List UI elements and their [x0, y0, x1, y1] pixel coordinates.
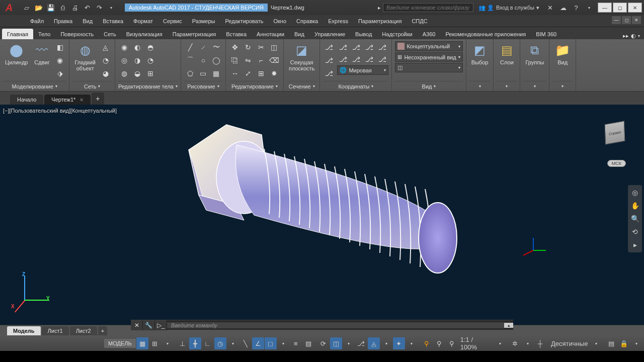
- ribbon-tab-surface[interactable]: Поверхность: [55, 29, 99, 39]
- 3dosnap-icon[interactable]: ◫: [330, 337, 342, 349]
- ribbon-tab-home[interactable]: Главная: [2, 29, 33, 39]
- smooth-button[interactable]: ◍Гладкий объект: [72, 41, 97, 72]
- zoom-icon[interactable]: 🔍: [629, 213, 640, 224]
- ucs10-icon[interactable]: ⎇: [363, 53, 375, 65]
- se6-icon[interactable]: ◒: [131, 67, 143, 79]
- layers-button[interactable]: ▤Слои: [497, 41, 517, 66]
- se3-icon[interactable]: ◍: [118, 67, 130, 79]
- save-icon[interactable]: 💾: [45, 2, 56, 13]
- zoom-label[interactable]: 1:1 / 100%: [458, 337, 494, 349]
- revolve-icon[interactable]: ◉: [54, 54, 66, 66]
- move-icon[interactable]: ✥: [229, 41, 241, 53]
- doc-restore-button[interactable]: ◻: [622, 16, 631, 24]
- ucs8-icon[interactable]: ⎇: [337, 53, 349, 65]
- mesh-tool2-icon[interactable]: ◔: [100, 54, 112, 66]
- undo-icon[interactable]: ↶: [82, 2, 93, 13]
- ribbon-tab-param[interactable]: Параметризация: [168, 29, 221, 39]
- ribbon-tab-bim[interactable]: BIM 360: [531, 29, 561, 39]
- minimize-button[interactable]: —: [598, 3, 612, 13]
- menu-edit[interactable]: Правка: [49, 17, 77, 26]
- transparency-icon[interactable]: ▨: [302, 337, 314, 349]
- view-cube[interactable]: Справа: [601, 120, 629, 148]
- panel-title[interactable]: Сеть▾: [72, 81, 111, 91]
- ribbon-tab-output[interactable]: Вывод: [350, 29, 377, 39]
- section-plane-button[interactable]: ◪Секущая плоскость: [287, 41, 316, 72]
- arc-icon[interactable]: ⌒: [184, 54, 196, 66]
- panel-title[interactable]: Редактирование▾: [229, 81, 280, 91]
- iso-icon[interactable]: ╲: [239, 337, 252, 349]
- ribbon-tab-insert[interactable]: Вставка: [221, 29, 252, 39]
- panel-title[interactable]: Моделирование▾: [3, 81, 66, 91]
- panel-title[interactable]: Сечение▾: [287, 81, 316, 91]
- pline-icon[interactable]: ⟋: [197, 41, 209, 53]
- panel-title[interactable]: Редактирование тела▾: [118, 81, 178, 91]
- se2-icon[interactable]: ◎: [118, 54, 130, 66]
- cylinder-button[interactable]: ⬤Цилиндр: [3, 41, 30, 66]
- selection-button[interactable]: ◩Выбор: [469, 41, 491, 66]
- dyn-ucs-icon[interactable]: ⎇: [355, 337, 367, 349]
- loft-icon[interactable]: ⬗: [54, 67, 66, 79]
- cmd-options-icon[interactable]: 🔧: [143, 320, 155, 330]
- offset-icon[interactable]: ◫: [268, 41, 280, 53]
- workspace-icon[interactable]: ✲: [509, 337, 521, 349]
- ribbon-tab-addins[interactable]: Надстройки: [377, 29, 417, 39]
- new-tab-button[interactable]: +: [92, 93, 104, 105]
- exchange-icon[interactable]: ✕: [544, 2, 555, 13]
- osnap-icon[interactable]: ◻: [265, 337, 277, 349]
- ribbon-tab-mesh[interactable]: Сеть: [99, 29, 121, 39]
- saved-view-dropdown[interactable]: ⊞Несохраненный вид▾: [395, 52, 462, 62]
- menu-insert[interactable]: Вставка: [98, 17, 128, 26]
- explode-icon[interactable]: ✸: [268, 67, 280, 79]
- qprop-icon[interactable]: ▤: [605, 337, 617, 349]
- menu-file[interactable]: Файл: [25, 17, 49, 26]
- model-space-button[interactable]: МОДЕЛЬ: [104, 339, 136, 348]
- array-icon[interactable]: ⊞: [255, 67, 267, 79]
- annovis-icon[interactable]: ⚲: [433, 337, 445, 349]
- fillet-icon[interactable]: ⌐: [255, 54, 267, 66]
- rect-icon[interactable]: ▭: [197, 67, 209, 79]
- otrack-icon[interactable]: ∠: [252, 337, 264, 349]
- ellipse-icon[interactable]: ◯: [210, 54, 222, 66]
- ucs5-icon[interactable]: ⎇: [350, 41, 362, 53]
- saveas-icon[interactable]: ⎙: [57, 2, 68, 13]
- doc-close-button[interactable]: ✕: [632, 16, 641, 24]
- add-layout-button[interactable]: +: [98, 326, 107, 335]
- ribbon-pin-icon[interactable]: ▸▸: [623, 33, 629, 39]
- close-tab-icon[interactable]: ✕: [79, 97, 84, 103]
- se4-icon[interactable]: ◐: [131, 41, 143, 53]
- mirror-icon[interactable]: ⇋: [242, 54, 254, 66]
- sweep-button[interactable]: 〰Сдвиг: [32, 41, 52, 66]
- menu-format[interactable]: Формат: [128, 17, 158, 26]
- qat-more-icon[interactable]: ▾: [106, 2, 117, 13]
- ucs3-icon[interactable]: ⎇: [323, 67, 335, 79]
- ribbon-tab-a360[interactable]: A360: [418, 29, 441, 39]
- panel-title[interactable]: ▾: [469, 81, 491, 91]
- panel-title[interactable]: ▾: [523, 81, 546, 91]
- layout-tab-model[interactable]: Модель: [7, 326, 41, 335]
- copy-icon[interactable]: ⿻: [229, 54, 241, 66]
- showmotion-icon[interactable]: ▸: [629, 239, 640, 250]
- view-panel-button[interactable]: 📁Вид: [552, 41, 573, 66]
- menu-spds[interactable]: СПДС: [407, 17, 432, 26]
- ribbon-tab-view[interactable]: Вид: [289, 29, 309, 39]
- command-input[interactable]: Введите команду: [167, 322, 504, 328]
- menu-param[interactable]: Параметризация: [353, 17, 407, 26]
- rotate-icon[interactable]: ↻: [242, 41, 254, 53]
- panel-title[interactable]: ▾: [552, 81, 573, 91]
- panel-title[interactable]: ▾: [497, 81, 517, 91]
- panel-title[interactable]: Координаты▾: [323, 81, 388, 91]
- se8-icon[interactable]: ◔: [144, 54, 156, 66]
- lineweight-icon[interactable]: ≡: [290, 337, 302, 349]
- sign-in-button[interactable]: 👥 👤 Вход в службы ▾: [475, 5, 542, 11]
- menu-window[interactable]: Окно: [268, 17, 291, 26]
- ucs7-icon[interactable]: ⎇: [376, 41, 388, 53]
- cmd-close-icon[interactable]: ✕: [131, 320, 143, 330]
- hatch-icon[interactable]: ▦: [210, 67, 222, 79]
- spline-icon[interactable]: 〜: [210, 41, 222, 53]
- units-button[interactable]: Десятичные: [549, 337, 590, 349]
- ucs2-icon[interactable]: ⎇: [323, 54, 335, 66]
- layout-tab-sheet1[interactable]: Лист1: [42, 326, 69, 335]
- viewport[interactable]: [−][Пользовательский вид][Концептуальный…: [0, 105, 644, 325]
- cmd-history-icon[interactable]: ▴: [504, 323, 513, 328]
- panel-title[interactable]: Рисование▾: [184, 81, 222, 91]
